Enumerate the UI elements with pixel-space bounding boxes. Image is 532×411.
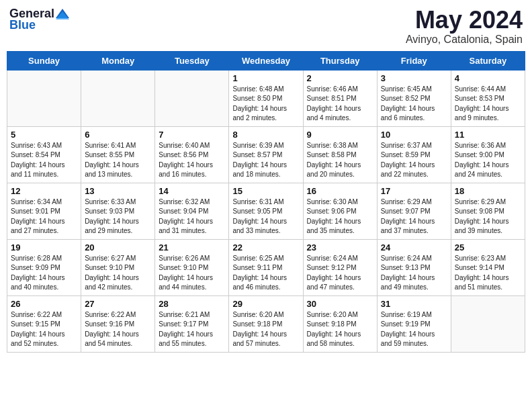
day-info: Sunrise: 6:20 AMSunset: 9:18 PMDaylight:… bbox=[307, 310, 373, 349]
calendar-cell: 5Sunrise: 6:43 AMSunset: 8:54 PMDaylight… bbox=[7, 126, 81, 183]
calendar-cell: 22Sunrise: 6:25 AMSunset: 9:11 PMDayligh… bbox=[229, 239, 303, 295]
calendar-cell: 4Sunrise: 6:44 AMSunset: 8:53 PMDaylight… bbox=[451, 70, 525, 126]
calendar-cell: 31Sunrise: 6:19 AMSunset: 9:19 PMDayligh… bbox=[377, 295, 451, 352]
weekday-header-wednesday: Wednesday bbox=[229, 51, 303, 70]
day-info: Sunrise: 6:25 AMSunset: 9:11 PMDaylight:… bbox=[232, 254, 299, 293]
calendar-cell: 1Sunrise: 6:48 AMSunset: 8:50 PMDaylight… bbox=[229, 70, 303, 126]
day-info: Sunrise: 6:20 AMSunset: 9:18 PMDaylight:… bbox=[232, 310, 299, 349]
day-info: Sunrise: 6:30 AMSunset: 9:06 PMDaylight:… bbox=[307, 197, 373, 236]
weekday-header-tuesday: Tuesday bbox=[155, 51, 229, 70]
weekday-header-friday: Friday bbox=[377, 51, 451, 70]
day-info: Sunrise: 6:19 AMSunset: 9:19 PMDaylight:… bbox=[381, 310, 447, 349]
day-number: 7 bbox=[159, 130, 225, 140]
day-info: Sunrise: 6:45 AMSunset: 8:52 PMDaylight:… bbox=[381, 85, 447, 124]
page-header: General Blue May 2024 Avinyo, Catalonia,… bbox=[7, 7, 525, 46]
day-info: Sunrise: 6:31 AMSunset: 9:05 PMDaylight:… bbox=[232, 197, 299, 236]
calendar-cell: 14Sunrise: 6:32 AMSunset: 9:04 PMDayligh… bbox=[155, 183, 229, 239]
weekday-header-sunday: Sunday bbox=[7, 51, 81, 70]
day-number: 12 bbox=[11, 186, 77, 196]
calendar-cell: 6Sunrise: 6:41 AMSunset: 8:55 PMDaylight… bbox=[81, 126, 155, 183]
day-number: 28 bbox=[159, 299, 225, 309]
day-number: 17 bbox=[381, 186, 447, 196]
day-info: Sunrise: 6:37 AMSunset: 8:59 PMDaylight:… bbox=[381, 141, 447, 180]
week-row-2: 5Sunrise: 6:43 AMSunset: 8:54 PMDaylight… bbox=[7, 126, 525, 183]
location-title: Avinyo, Catalonia, Spain bbox=[406, 34, 523, 46]
day-info: Sunrise: 6:41 AMSunset: 8:55 PMDaylight:… bbox=[85, 141, 151, 180]
calendar-table: SundayMondayTuesdayWednesdayThursdayFrid… bbox=[7, 51, 525, 353]
title-block: May 2024 Avinyo, Catalonia, Spain bbox=[406, 7, 523, 46]
day-number: 11 bbox=[455, 130, 521, 140]
day-info: Sunrise: 6:40 AMSunset: 8:56 PMDaylight:… bbox=[159, 141, 225, 180]
weekday-header-monday: Monday bbox=[81, 51, 155, 70]
calendar-cell: 3Sunrise: 6:45 AMSunset: 8:52 PMDaylight… bbox=[377, 70, 451, 126]
day-info: Sunrise: 6:27 AMSunset: 9:10 PMDaylight:… bbox=[85, 254, 151, 293]
day-number: 30 bbox=[307, 299, 373, 309]
day-number: 19 bbox=[11, 242, 77, 253]
calendar-cell: 7Sunrise: 6:40 AMSunset: 8:56 PMDaylight… bbox=[155, 126, 229, 183]
day-number: 29 bbox=[232, 299, 299, 309]
day-number: 9 bbox=[307, 130, 373, 140]
day-number: 4 bbox=[455, 73, 521, 83]
logo-blue: Blue bbox=[9, 18, 36, 32]
day-number: 5 bbox=[11, 130, 77, 140]
calendar-cell: 21Sunrise: 6:26 AMSunset: 9:10 PMDayligh… bbox=[155, 239, 229, 295]
day-info: Sunrise: 6:29 AMSunset: 9:08 PMDaylight:… bbox=[455, 197, 521, 236]
day-info: Sunrise: 6:46 AMSunset: 8:51 PMDaylight:… bbox=[307, 85, 373, 124]
day-number: 15 bbox=[232, 186, 299, 196]
calendar-cell: 18Sunrise: 6:29 AMSunset: 9:08 PMDayligh… bbox=[451, 183, 525, 239]
week-row-1: 1Sunrise: 6:48 AMSunset: 8:50 PMDaylight… bbox=[7, 70, 525, 126]
day-number: 8 bbox=[232, 130, 299, 140]
day-info: Sunrise: 6:48 AMSunset: 8:50 PMDaylight:… bbox=[232, 85, 299, 124]
calendar-cell: 11Sunrise: 6:36 AMSunset: 9:00 PMDayligh… bbox=[451, 126, 525, 183]
day-number: 6 bbox=[85, 130, 151, 140]
day-info: Sunrise: 6:29 AMSunset: 9:07 PMDaylight:… bbox=[381, 197, 447, 236]
day-number: 22 bbox=[232, 242, 299, 253]
calendar-cell: 20Sunrise: 6:27 AMSunset: 9:10 PMDayligh… bbox=[81, 239, 155, 295]
day-number: 25 bbox=[455, 242, 521, 253]
day-info: Sunrise: 6:24 AMSunset: 9:12 PMDaylight:… bbox=[307, 254, 373, 293]
day-info: Sunrise: 6:22 AMSunset: 9:16 PMDaylight:… bbox=[85, 310, 151, 349]
calendar-cell: 16Sunrise: 6:30 AMSunset: 9:06 PMDayligh… bbox=[303, 183, 377, 239]
calendar-cell: 15Sunrise: 6:31 AMSunset: 9:05 PMDayligh… bbox=[229, 183, 303, 239]
day-info: Sunrise: 6:44 AMSunset: 8:53 PMDaylight:… bbox=[455, 85, 521, 124]
day-info: Sunrise: 6:26 AMSunset: 9:10 PMDaylight:… bbox=[159, 254, 225, 293]
day-number: 27 bbox=[85, 299, 151, 309]
day-info: Sunrise: 6:21 AMSunset: 9:17 PMDaylight:… bbox=[159, 310, 225, 349]
calendar-cell: 28Sunrise: 6:21 AMSunset: 9:17 PMDayligh… bbox=[155, 295, 229, 352]
day-info: Sunrise: 6:32 AMSunset: 9:04 PMDaylight:… bbox=[159, 197, 225, 236]
calendar-cell: 10Sunrise: 6:37 AMSunset: 8:59 PMDayligh… bbox=[377, 126, 451, 183]
week-row-4: 19Sunrise: 6:28 AMSunset: 9:09 PMDayligh… bbox=[7, 239, 525, 295]
calendar-cell: 29Sunrise: 6:20 AMSunset: 9:18 PMDayligh… bbox=[229, 295, 303, 352]
month-title: May 2024 bbox=[406, 7, 523, 34]
calendar-cell: 13Sunrise: 6:33 AMSunset: 9:03 PMDayligh… bbox=[81, 183, 155, 239]
day-number: 18 bbox=[455, 186, 521, 196]
calendar-cell bbox=[7, 70, 81, 126]
calendar-cell: 9Sunrise: 6:38 AMSunset: 8:58 PMDaylight… bbox=[303, 126, 377, 183]
day-number: 2 bbox=[307, 73, 373, 83]
day-info: Sunrise: 6:36 AMSunset: 9:00 PMDaylight:… bbox=[455, 141, 521, 180]
weekday-header-thursday: Thursday bbox=[303, 51, 377, 70]
logo: General Blue bbox=[9, 7, 69, 32]
day-info: Sunrise: 6:38 AMSunset: 8:58 PMDaylight:… bbox=[307, 141, 373, 180]
day-number: 26 bbox=[11, 299, 77, 309]
day-info: Sunrise: 6:43 AMSunset: 8:54 PMDaylight:… bbox=[11, 141, 77, 180]
day-info: Sunrise: 6:34 AMSunset: 9:01 PMDaylight:… bbox=[11, 197, 77, 236]
calendar-cell: 30Sunrise: 6:20 AMSunset: 9:18 PMDayligh… bbox=[303, 295, 377, 352]
calendar-cell bbox=[81, 70, 155, 126]
day-number: 21 bbox=[159, 242, 225, 253]
logo-icon bbox=[56, 9, 69, 19]
calendar-cell: 24Sunrise: 6:24 AMSunset: 9:13 PMDayligh… bbox=[377, 239, 451, 295]
day-number: 3 bbox=[381, 73, 447, 83]
day-info: Sunrise: 6:39 AMSunset: 8:57 PMDaylight:… bbox=[232, 141, 299, 180]
weekday-header-saturday: Saturday bbox=[451, 51, 525, 70]
calendar-cell: 12Sunrise: 6:34 AMSunset: 9:01 PMDayligh… bbox=[7, 183, 81, 239]
day-number: 13 bbox=[85, 186, 151, 196]
calendar-cell: 17Sunrise: 6:29 AMSunset: 9:07 PMDayligh… bbox=[377, 183, 451, 239]
week-row-3: 12Sunrise: 6:34 AMSunset: 9:01 PMDayligh… bbox=[7, 183, 525, 239]
day-info: Sunrise: 6:22 AMSunset: 9:15 PMDaylight:… bbox=[11, 310, 77, 349]
calendar-cell: 19Sunrise: 6:28 AMSunset: 9:09 PMDayligh… bbox=[7, 239, 81, 295]
day-number: 1 bbox=[232, 73, 299, 83]
calendar-cell: 25Sunrise: 6:23 AMSunset: 9:14 PMDayligh… bbox=[451, 239, 525, 295]
day-number: 16 bbox=[307, 186, 373, 196]
day-number: 10 bbox=[381, 130, 447, 140]
